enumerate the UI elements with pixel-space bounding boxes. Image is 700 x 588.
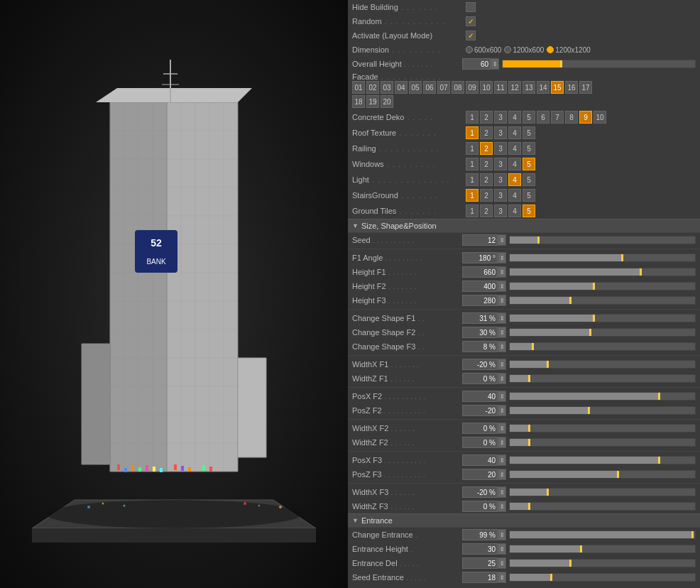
section-shape-header[interactable]: ▼ Size, Shape&Position: [348, 219, 700, 233]
seed-entrance-track[interactable]: [509, 573, 696, 582]
posx-f3-spin[interactable]: ⇕: [498, 454, 506, 466]
railing-btn-5[interactable]: 5: [523, 142, 535, 155]
widthz-f1-track[interactable]: [509, 374, 696, 383]
concrete-btn-4[interactable]: 4: [508, 111, 521, 124]
facade-btn-13[interactable]: 13: [523, 81, 535, 94]
windows-btn-3[interactable]: 3: [494, 158, 507, 170]
facade-btn-01[interactable]: 01: [352, 81, 365, 94]
seed-spin[interactable]: ⇕: [498, 234, 506, 246]
section-entrance-header[interactable]: ▼ Entrance: [348, 513, 700, 528]
height-f3-track[interactable]: [509, 296, 696, 305]
light-btn-1[interactable]: 1: [466, 173, 478, 186]
seed-track[interactable]: [509, 236, 696, 244]
facade-btn-08[interactable]: 08: [452, 81, 464, 94]
facade-btn-16[interactable]: 16: [565, 81, 578, 94]
light-btn-4[interactable]: 4: [508, 173, 521, 186]
widthx-f3-track[interactable]: [509, 488, 696, 496]
hide-building-checkbox[interactable]: [466, 2, 476, 12]
facade-btn-19[interactable]: 19: [366, 95, 379, 108]
widthx-f1-track[interactable]: [509, 360, 696, 369]
windows-btn-1[interactable]: 1: [466, 158, 478, 170]
entrance-del-spin[interactable]: ⇕: [498, 557, 506, 569]
change-shape-f2-spin[interactable]: ⇕: [498, 327, 506, 338]
f1-angle-track[interactable]: [509, 254, 696, 262]
facade-btn-17[interactable]: 17: [579, 81, 592, 94]
facade-btn-18[interactable]: 18: [352, 95, 365, 108]
height-f2-spin[interactable]: ⇕: [498, 281, 506, 292]
dimension-opt-0[interactable]: 600x600: [466, 46, 501, 54]
concrete-btn-10[interactable]: 10: [594, 111, 606, 124]
facade-btn-10[interactable]: 10: [480, 81, 493, 94]
posx-f2-track[interactable]: [509, 392, 696, 401]
height-f3-spin[interactable]: ⇕: [498, 295, 506, 306]
concrete-btn-7[interactable]: 7: [551, 111, 564, 124]
facade-btn-05[interactable]: 05: [409, 81, 422, 94]
widthx-f2-track[interactable]: [509, 424, 696, 432]
concrete-btn-2[interactable]: 2: [480, 111, 493, 124]
widthx-f2-spin[interactable]: ⇕: [498, 423, 506, 434]
overall-height-spin[interactable]: ⇕: [491, 58, 499, 70]
stairs-btn-1[interactable]: 1: [466, 189, 478, 202]
concrete-btn-9[interactable]: 9: [579, 111, 592, 124]
stairs-btn-3[interactable]: 3: [494, 189, 507, 202]
railing-btn-1[interactable]: 1: [466, 142, 478, 155]
stairs-btn-5[interactable]: 5: [523, 189, 535, 202]
stairs-btn-4[interactable]: 4: [508, 189, 521, 202]
height-f1-spin[interactable]: ⇕: [498, 266, 506, 278]
windows-btn-5[interactable]: 5: [523, 158, 535, 170]
seed-entrance-spin[interactable]: ⇕: [498, 572, 506, 583]
facade-btn-02[interactable]: 02: [366, 81, 379, 94]
concrete-btn-5[interactable]: 5: [523, 111, 535, 124]
facade-btn-07[interactable]: 07: [437, 81, 450, 94]
widthz-f2-spin[interactable]: ⇕: [498, 437, 506, 448]
facade-btn-20[interactable]: 20: [381, 95, 393, 108]
entrance-height-track[interactable]: [509, 545, 696, 553]
change-entrance-spin[interactable]: ⇕: [498, 529, 506, 540]
widthx-f3-spin[interactable]: ⇕: [498, 486, 506, 498]
roof-btn-5[interactable]: 5: [523, 126, 535, 139]
roof-btn-1[interactable]: 1: [466, 126, 478, 139]
windows-btn-4[interactable]: 4: [508, 158, 521, 170]
posx-f3-track[interactable]: [509, 456, 696, 464]
ground-btn-1[interactable]: 1: [466, 205, 478, 217]
posz-f2-track[interactable]: [509, 406, 696, 415]
facade-btn-14[interactable]: 14: [537, 81, 549, 94]
facade-btn-09[interactable]: 09: [466, 81, 478, 94]
dimension-opt-1[interactable]: 1200x600: [504, 46, 544, 54]
entrance-height-spin[interactable]: ⇕: [498, 543, 506, 555]
concrete-btn-1[interactable]: 1: [466, 111, 478, 124]
ground-btn-5[interactable]: 5: [523, 205, 535, 217]
roof-btn-3[interactable]: 3: [494, 126, 507, 139]
facade-btn-06[interactable]: 06: [423, 81, 436, 94]
dimension-opt-2[interactable]: 1200x1200: [547, 46, 591, 54]
change-shape-f3-track[interactable]: [509, 342, 696, 351]
height-f2-track[interactable]: [509, 282, 696, 290]
posz-f2-spin[interactable]: ⇕: [498, 405, 506, 416]
concrete-btn-6[interactable]: 6: [537, 111, 549, 124]
railing-btn-3[interactable]: 3: [494, 142, 507, 155]
widthz-f2-track[interactable]: [509, 438, 696, 447]
widthx-f1-spin[interactable]: ⇕: [498, 359, 506, 370]
change-shape-f3-spin[interactable]: ⇕: [498, 341, 506, 352]
roof-btn-4[interactable]: 4: [508, 126, 521, 139]
widthz-f3-track[interactable]: [509, 502, 696, 511]
posx-f2-spin[interactable]: ⇕: [498, 391, 506, 402]
concrete-btn-3[interactable]: 3: [494, 111, 507, 124]
facade-btn-04[interactable]: 04: [395, 81, 408, 94]
roof-btn-2[interactable]: 2: [480, 126, 493, 139]
light-btn-5[interactable]: 5: [523, 173, 535, 186]
concrete-btn-8[interactable]: 8: [565, 111, 578, 124]
light-btn-3[interactable]: 3: [494, 173, 507, 186]
stairs-btn-2[interactable]: 2: [480, 189, 493, 202]
widthz-f3-spin[interactable]: ⇕: [498, 501, 506, 512]
ground-btn-4[interactable]: 4: [508, 205, 521, 217]
overall-height-track[interactable]: [502, 60, 696, 68]
ground-btn-3[interactable]: 3: [494, 205, 507, 217]
random-checkbox[interactable]: ✓: [466, 16, 476, 26]
facade-btn-15[interactable]: 15: [551, 81, 564, 94]
posz-f3-track[interactable]: [509, 470, 696, 479]
light-btn-2[interactable]: 2: [480, 173, 493, 186]
railing-btn-2[interactable]: 2: [480, 142, 493, 155]
activate-layout-checkbox[interactable]: ✓: [466, 31, 476, 40]
change-entrance-track[interactable]: [509, 530, 696, 539]
